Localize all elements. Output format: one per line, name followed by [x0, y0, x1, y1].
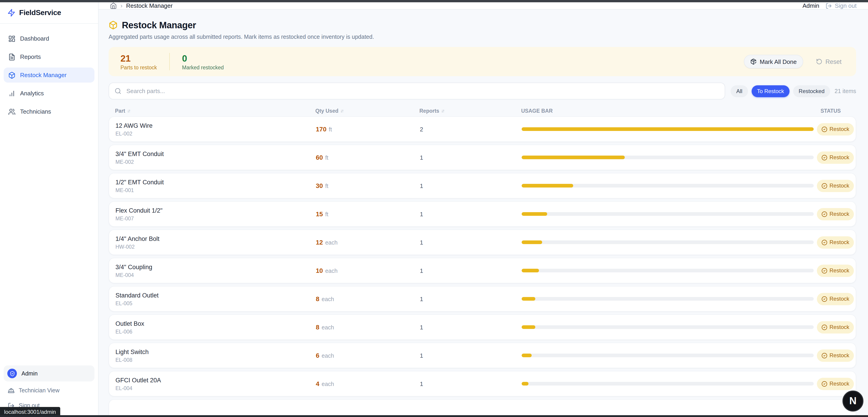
restock-button[interactable]: Restock	[817, 293, 854, 305]
column-header-qty-used[interactable]: Qty Used↓↑	[315, 108, 420, 114]
technician-view-link[interactable]: Technician View	[4, 385, 94, 396]
usage-bar	[522, 325, 814, 329]
reports-count: 1	[420, 267, 522, 274]
qty-used-value: 10	[316, 267, 323, 274]
home-icon[interactable]	[110, 2, 117, 9]
part-code: EL-004	[116, 385, 316, 391]
qty-used-value: 8	[316, 323, 319, 331]
filter-restocked[interactable]: Restocked	[793, 85, 830, 97]
usage-bar-fill	[522, 127, 814, 131]
qty-unit: each	[325, 268, 338, 274]
brand-name: FieldService	[19, 9, 61, 17]
part-name: 12 AWG Wire	[116, 122, 316, 129]
topbar: › Restock Manager Admin Sign out	[99, 2, 868, 9]
sort-arrows-icon: ↓↑	[441, 108, 444, 113]
reports-count: 1	[420, 239, 522, 246]
usage-bar-fill	[522, 325, 535, 329]
part-name: Flex Conduit 1/2"	[116, 207, 316, 214]
sort-arrows-icon: ↓↑	[127, 108, 130, 113]
table-row: 3/4" EMT Conduit ME-002 60 ft 1 Restock	[108, 145, 856, 170]
table-row: Standard Outlet EL-005 8 each 1 Restock	[108, 286, 856, 312]
zap-icon	[7, 9, 16, 17]
restock-button[interactable]: Restock	[817, 123, 854, 135]
part-name: Outlet Box	[116, 320, 316, 327]
breadcrumb-current: Restock Manager	[126, 2, 173, 9]
bar-chart-icon	[8, 90, 16, 97]
filter-to-restock[interactable]: To Restock	[751, 85, 789, 97]
topbar-user-label: Admin	[803, 2, 819, 9]
window-bottom-strip	[0, 415, 868, 417]
check-circle-icon	[821, 381, 827, 387]
reset-button[interactable]: Reset	[813, 58, 844, 65]
usage-bar	[522, 269, 814, 272]
toolbar: AllTo RestockRestocked 21 items	[108, 83, 856, 99]
usage-bar-fill	[522, 382, 529, 386]
restock-button[interactable]: Restock	[817, 321, 854, 333]
breadcrumb: › Restock Manager	[110, 2, 173, 9]
page-title: Restock Manager	[122, 20, 196, 30]
column-header-usage-bar: USAGE BAR	[521, 108, 813, 114]
usage-bar-fill	[522, 269, 539, 272]
table-row: Flex Conduit 1/2" ME-007 15 ft 1 Restock	[108, 201, 856, 227]
sidebar-item-analytics[interactable]: Analytics	[4, 86, 94, 101]
part-code: EL-006	[116, 329, 316, 334]
part-name: 3/4" Coupling	[116, 263, 316, 270]
usage-bar	[522, 156, 814, 159]
sidebar-item-restock-manager[interactable]: Restock Manager	[4, 67, 94, 83]
reports-count: 1	[420, 182, 522, 189]
restock-button[interactable]: Restock	[817, 378, 854, 390]
restock-button[interactable]: Restock	[817, 208, 854, 220]
package-icon	[8, 71, 16, 79]
main-area: › Restock Manager Admin Sign out Restock…	[99, 2, 868, 417]
part-code: EL-008	[116, 357, 316, 362]
sidebar-nav: DashboardReportsRestock ManagerAnalytics…	[0, 24, 98, 119]
stat-parts-to-restock: 21 Parts to restock	[121, 53, 157, 70]
sidebar-item-dashboard[interactable]: Dashboard	[4, 31, 94, 46]
app-screen: FieldService DashboardReportsRestock Man…	[0, 0, 868, 417]
column-header-reports[interactable]: Reports↓↑	[420, 108, 521, 114]
restock-button[interactable]: Restock	[817, 349, 854, 361]
qty-unit: each	[322, 381, 334, 387]
usage-bar-fill	[522, 354, 532, 357]
usage-bar-fill	[522, 156, 625, 159]
topbar-sign-out-button[interactable]: Sign out	[826, 2, 857, 9]
column-header-part[interactable]: Part↓↑	[115, 108, 315, 114]
restock-button[interactable]: Restock	[817, 264, 854, 277]
qty-used-value: 6	[316, 352, 319, 359]
filter-all[interactable]: All	[731, 85, 748, 97]
usage-bar	[522, 354, 814, 357]
qty-unit: each	[325, 239, 338, 246]
qty-unit: each	[322, 324, 334, 331]
part-name: 1/4" Anchor Bolt	[116, 235, 316, 242]
table-row: 3/4" Coupling ME-004 10 each 1 Restock	[108, 258, 856, 283]
usage-bar-fill	[522, 212, 548, 216]
sidebar-admin-pill: Admin	[4, 365, 94, 381]
restock-button[interactable]: Restock	[817, 236, 854, 249]
qty-used-value: 170	[316, 125, 327, 133]
table-row: 12 AWG Wire EL-002 170 ft 2 Restock	[108, 116, 856, 142]
qty-unit: ft	[325, 211, 328, 218]
restock-button[interactable]: Restock	[817, 180, 854, 192]
brand: FieldService	[0, 2, 98, 24]
check-circle-icon	[821, 126, 827, 132]
search-icon	[115, 88, 121, 94]
stats-banner: 21 Parts to restock 0 Marked restocked M…	[108, 47, 856, 76]
check-circle-icon	[821, 239, 827, 245]
search-input[interactable]	[125, 87, 719, 95]
nextjs-dev-button[interactable]: N	[842, 390, 863, 412]
sidebar-item-technicians[interactable]: Technicians	[4, 104, 94, 119]
check-circle-icon	[821, 211, 827, 217]
table-row: GFCI Outlet 20A EL-004 4 each 1 Restock	[108, 371, 856, 396]
item-count: 21 items	[835, 88, 856, 94]
parts-table: 12 AWG Wire EL-002 170 ft 2 Restock 3/4"…	[108, 116, 856, 417]
part-name: Standard Outlet	[116, 292, 316, 299]
restock-button[interactable]: Restock	[817, 151, 854, 164]
check-circle-icon	[821, 352, 827, 358]
sidebar-item-reports[interactable]: Reports	[4, 49, 94, 64]
mark-all-done-button[interactable]: Mark All Done	[744, 55, 803, 68]
reports-count: 1	[420, 380, 522, 387]
part-name: GFCI Outlet 20A	[116, 377, 316, 383]
part-name: 1/2" EMT Conduit	[116, 179, 316, 186]
reports-count: 1	[420, 295, 522, 302]
part-code: HW-002	[116, 244, 316, 249]
